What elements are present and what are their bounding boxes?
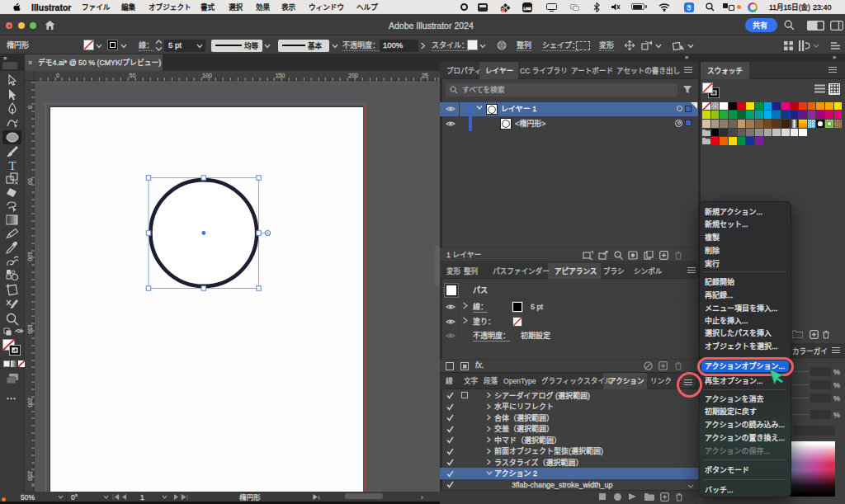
svg-text:T: T — [8, 159, 16, 172]
